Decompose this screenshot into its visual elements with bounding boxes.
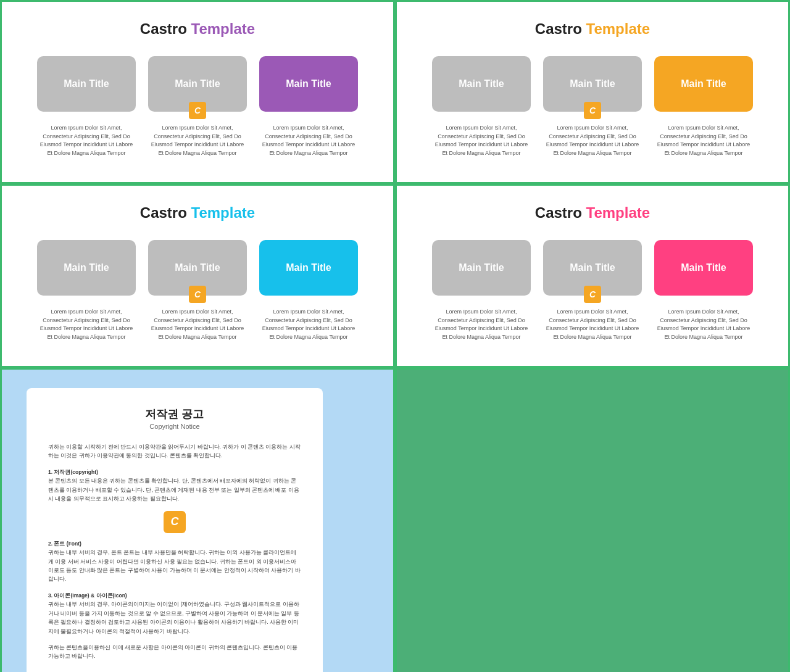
slide-3-title: Castro Template xyxy=(27,204,368,222)
card-3-1: Main Title xyxy=(37,240,136,296)
slide-yellow: Castro Template Main Title Main Title C … xyxy=(395,0,790,184)
icon-badge-1-2: C xyxy=(189,102,206,119)
text-col-1-1: Lorem Ipsum Dolor Sit Amet, Consectetur … xyxy=(37,124,136,157)
copyright-slide: 저작권 공고 Copyright Notice 귀하는 이용할 시작하기 전에 … xyxy=(0,368,395,672)
cards-row-1: Main Title Main Title C Main Title xyxy=(27,56,368,112)
copyright-body: 귀하는 이용할 시작하기 전에 반드시 이용약관을 읽어두시기 바랍니다. 귀하… xyxy=(48,442,301,661)
title-castro-3: Castro xyxy=(140,204,187,221)
text-col-2-1: Lorem Ipsum Dolor Sit Amet, Consectetur … xyxy=(432,124,531,157)
card-1-3-label: Main Title xyxy=(286,78,331,89)
copyright-section2: 2. 폰트 (Font) 귀하는 내부 서비의 경우, 폰트 폰트는 내부 사용… xyxy=(48,539,301,584)
text-col-1-3: Lorem Ipsum Dolor Sit Amet, Consectetur … xyxy=(259,124,358,157)
slide-purple: Castro Template Main Title Main Title C … xyxy=(0,0,395,184)
cards-row-2: Main Title Main Title C Main Title xyxy=(422,56,763,112)
text-col-2-2: Lorem Ipsum Dolor Sit Amet, Consectetur … xyxy=(543,124,642,157)
copyright-section2-title: 2. 폰트 (Font) xyxy=(48,541,81,547)
card-1-2-label: Main Title xyxy=(175,78,220,89)
copyright-icon-area: C xyxy=(48,511,301,533)
card-3-3: Main Title xyxy=(259,240,358,296)
title-template-2: Template xyxy=(586,20,651,37)
text-col-4-3: Lorem Ipsum Dolor Sit Amet, Consectetur … xyxy=(654,308,753,341)
card-1-1: Main Title xyxy=(37,56,136,112)
text-col-4-1: Lorem Ipsum Dolor Sit Amet, Consectetur … xyxy=(432,308,531,341)
title-castro-1: Castro xyxy=(140,20,187,37)
title-castro-4: Castro xyxy=(535,204,582,221)
copyright-section1: 1. 저작권(copyright) 본 콘텐츠의 모든 내용은 귀하는 콘텐츠를… xyxy=(48,468,301,504)
copyright-inner: 저작권 공고 Copyright Notice 귀하는 이용할 시작하기 전에 … xyxy=(27,388,323,672)
title-template-1: Template xyxy=(191,20,256,37)
text-col-3-3: Lorem Ipsum Dolor Sit Amet, Consectetur … xyxy=(259,308,358,341)
text-col-3-2: Lorem Ipsum Dolor Sit Amet, Consectetur … xyxy=(148,308,247,341)
text-col-2-3: Lorem Ipsum Dolor Sit Amet, Consectetur … xyxy=(654,124,753,157)
icon-badge-4-2: C xyxy=(584,286,601,303)
card-2-1-label: Main Title xyxy=(459,78,504,89)
card-1-2: Main Title C xyxy=(148,56,247,112)
copyright-section3-title: 3. 아이콘(Image) & 아이콘(Icon) xyxy=(48,592,127,599)
card-3-3-label: Main Title xyxy=(286,262,331,273)
card-4-3: Main Title xyxy=(654,240,753,296)
card-3-1-label: Main Title xyxy=(64,262,109,273)
text-cols-4: Lorem Ipsum Dolor Sit Amet, Consectetur … xyxy=(422,308,763,341)
slide-2-title: Castro Template xyxy=(422,20,763,38)
copyright-section3: 3. 아이콘(Image) & 아이콘(Icon) 귀하는 내부 서비의 경우,… xyxy=(48,591,301,636)
card-2-2-label: Main Title xyxy=(570,78,615,89)
title-template-4: Template xyxy=(586,204,651,221)
text-cols-2: Lorem Ipsum Dolor Sit Amet, Consectetur … xyxy=(422,124,763,157)
copyright-para-end: 귀하는 콘텐츠을이용하신 이에 새로운 사항은 아이콘의 아이콘이 귀하의 콘텐… xyxy=(48,643,301,661)
copyright-section3-body: 귀하는 내부 서비의 경우, 아이콘의이미지는 이이없이 (제어하였습니다. 구… xyxy=(48,601,299,634)
title-template-3: Template xyxy=(191,204,256,221)
card-4-2: Main Title C xyxy=(543,240,642,296)
text-cols-1: Lorem Ipsum Dolor Sit Amet, Consectetur … xyxy=(27,124,368,157)
card-4-2-label: Main Title xyxy=(570,262,615,273)
icon-badge-2-2: C xyxy=(584,102,601,119)
text-cols-3: Lorem Ipsum Dolor Sit Amet, Consectetur … xyxy=(27,308,368,341)
slide-pink: Castro Template Main Title Main Title C … xyxy=(395,184,790,368)
card-1-3: Main Title xyxy=(259,56,358,112)
text-col-4-2: Lorem Ipsum Dolor Sit Amet, Consectetur … xyxy=(543,308,642,341)
title-castro-2: Castro xyxy=(535,20,582,37)
cards-row-4: Main Title Main Title C Main Title xyxy=(422,240,763,296)
card-2-2: Main Title C xyxy=(543,56,642,112)
copyright-para1: 귀하는 이용할 시작하기 전에 반드시 이용약관을 읽어두시기 바랍니다. 귀하… xyxy=(48,442,301,460)
card-3-2: Main Title C xyxy=(148,240,247,296)
copyright-section1-title: 1. 저작권(copyright) xyxy=(48,469,98,475)
card-4-1-label: Main Title xyxy=(459,262,504,273)
icon-badge-3-2: C xyxy=(189,286,206,303)
card-1-1-label: Main Title xyxy=(64,78,109,89)
main-grid: Castro Template Main Title Main Title C … xyxy=(0,0,790,672)
text-col-1-2: Lorem Ipsum Dolor Sit Amet, Consectetur … xyxy=(148,124,247,157)
card-2-3-label: Main Title xyxy=(681,78,726,89)
text-col-3-1: Lorem Ipsum Dolor Sit Amet, Consectetur … xyxy=(37,308,136,341)
copyright-section1-body: 본 콘텐츠의 모든 내용은 귀하는 콘텐츠를 확인합니다. 단, 콘텐츠에서 배… xyxy=(48,478,299,502)
card-2-3: Main Title xyxy=(654,56,753,112)
cards-row-3: Main Title Main Title C Main Title xyxy=(27,240,368,296)
card-3-2-label: Main Title xyxy=(175,262,220,273)
copyright-section2-body: 귀하는 내부 서비의 경우, 폰트 폰트는 내부 사용만을 허락합니다. 귀하는… xyxy=(48,549,301,582)
card-4-1: Main Title xyxy=(432,240,531,296)
copyright-title-en: Copyright Notice xyxy=(48,423,301,430)
slide-1-title: Castro Template xyxy=(27,20,368,38)
card-4-3-label: Main Title xyxy=(681,262,726,273)
card-2-1: Main Title xyxy=(432,56,531,112)
copyright-c-badge: C xyxy=(164,511,186,533)
slide-cyan: Castro Template Main Title Main Title C … xyxy=(0,184,395,368)
green-slide xyxy=(395,368,790,672)
copyright-title-kr: 저작권 공고 xyxy=(48,407,301,421)
slide-4-title: Castro Template xyxy=(422,204,763,222)
